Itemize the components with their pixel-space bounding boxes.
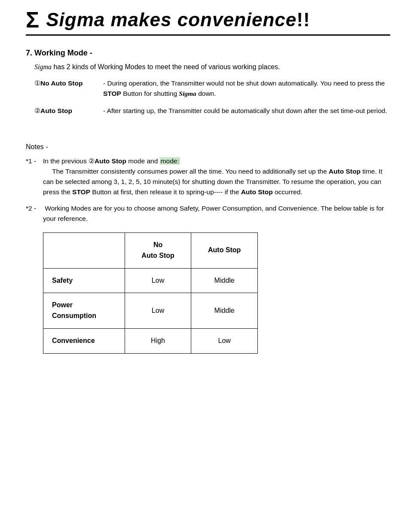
header-title-text: Sigma makes convenience [46,9,297,30]
section-title: 7. Working Mode - [26,49,390,58]
section-intro: Sigma has 2 kinds of Working Modes to me… [34,62,390,72]
sigma-brand-1: Sigma [179,90,196,97]
mode-desc-2: - After starting up, the Transmitter cou… [103,106,390,116]
table-row-header-power: PowerConsumption [43,293,125,329]
note-star-1: *1 - [26,156,43,197]
table-safety-no-auto: Low [125,268,191,293]
notes-title: Notes - [26,142,390,153]
note1-bold1: Auto Stop [95,157,126,165]
table-power-auto: Middle [191,293,258,329]
note1-bold3: STOP [72,188,90,196]
note1-bold4: Auto Stop [241,188,273,196]
sigma-symbol: Σ [26,9,39,31]
table-row-header-convenience: Convenience [43,328,125,353]
note-content-1: In the previous ②Auto Stop mode and mode… [43,156,390,197]
note-item-1: *1 - In the previous ②Auto Stop mode and… [26,156,390,197]
mode-label-2: ②Auto Stop [34,106,103,116]
table-power-no-auto: Low [125,293,191,329]
sigma-brand-intro: Sigma [34,63,52,70]
mode-desc-1: - During operation, the Transmitter woul… [103,78,390,99]
reference-table: NoAuto Stop Auto Stop Safety Low Middle … [43,232,258,354]
note-star-2: *2 - [26,203,43,224]
table-row-header-safety: Safety [43,268,125,293]
table-row-safety: Safety Low Middle [43,268,258,293]
mode-item-2: ②Auto Stop - After starting up, the Tran… [34,106,390,116]
header-title: Sigma makes convenience!! [46,9,310,31]
mode1-circled: ① [34,79,40,87]
mode1-bold-label: No Auto Stop [40,79,83,87]
notes-section: Notes - *1 - In the previous ②Auto Stop … [26,142,390,354]
header-section: Σ Sigma makes convenience!! [26,9,390,36]
stop-bold-1: STOP [103,90,121,97]
table-row-power: PowerConsumption Low Middle [43,293,258,329]
mode2-circled: ② [34,107,40,114]
note1-highlight: mode: [160,157,180,165]
table-col-header-auto-stop: Auto Stop [191,232,258,268]
mode-list: ①No Auto Stop - During operation, the Tr… [34,78,390,116]
table-col-header-no-auto-stop: NoAuto Stop [125,232,191,268]
table-convenience-no-auto: High [125,328,191,353]
table-empty-header [43,232,125,268]
page-container: Σ Sigma makes convenience!! 7. Working M… [0,0,416,532]
table-convenience-auto: Low [191,328,258,353]
note-content-2: Working Modes are for you to choose amon… [43,203,390,224]
mode2-bold-label: Auto Stop [40,107,72,114]
section-7: 7. Working Mode - Sigma has 2 kinds of W… [26,49,390,116]
note1-bold2: Auto Stop [329,168,361,175]
table-safety-auto: Middle [191,268,258,293]
table-header-row: NoAuto Stop Auto Stop [43,232,258,268]
mode-label-1: ①No Auto Stop [34,78,103,99]
note-item-2: *2 - Working Modes are for you to choose… [26,203,390,224]
table-row-convenience: Convenience High Low [43,328,258,353]
note1-circled: ② [89,157,95,165]
mode-item-1: ①No Auto Stop - During operation, the Tr… [34,78,390,99]
header-exclaim: !! [297,9,310,30]
